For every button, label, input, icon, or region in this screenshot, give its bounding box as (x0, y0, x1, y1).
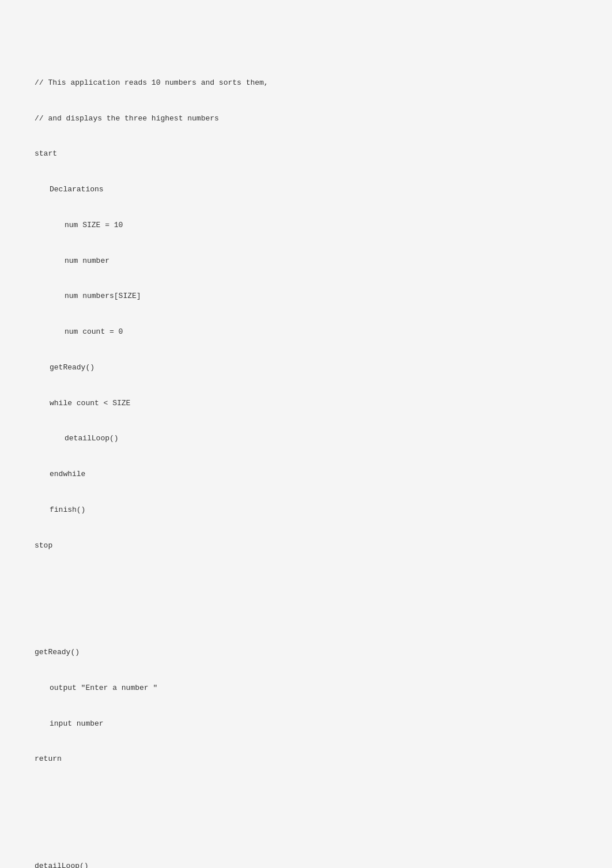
num-number-line: num number (35, 255, 577, 267)
detailloop-def-line: detailLoop() (35, 861, 577, 868)
num-size-line: num SIZE = 10 (35, 220, 577, 231)
num-count-line: num count = 0 (35, 326, 577, 338)
finish-call-line: finish() (35, 504, 577, 516)
detailloop-call-line: detailLoop() (35, 433, 577, 444)
getready-section: getReady() output "Enter a number " inpu… (35, 623, 577, 790)
start-keyword: start (35, 148, 577, 160)
endwhile-line: endwhile (35, 469, 577, 480)
output-enter-line: output "Enter a number " (35, 682, 577, 694)
comment-line-2: // and displays the three highest number… (35, 113, 577, 124)
getready-call-line: getReady() (35, 362, 577, 373)
pseudocode-block: // This application reads 10 numbers and… (35, 17, 577, 868)
detailloop-section: detailLoop() numbers[count] = number cou… (35, 837, 577, 868)
main-section: // This application reads 10 numbers and… (35, 53, 577, 575)
num-numbers-line: num numbers[SIZE] (35, 290, 577, 302)
stop-keyword: stop (35, 540, 577, 552)
while-count-line: while count < SIZE (35, 398, 577, 409)
declarations-keyword: Declarations (35, 184, 577, 195)
comment-line-1: // This application reads 10 numbers and… (35, 77, 577, 89)
input-number-line: input number (35, 718, 577, 730)
return1-line: return (35, 753, 577, 765)
getready-def-line: getReady() (35, 647, 577, 658)
